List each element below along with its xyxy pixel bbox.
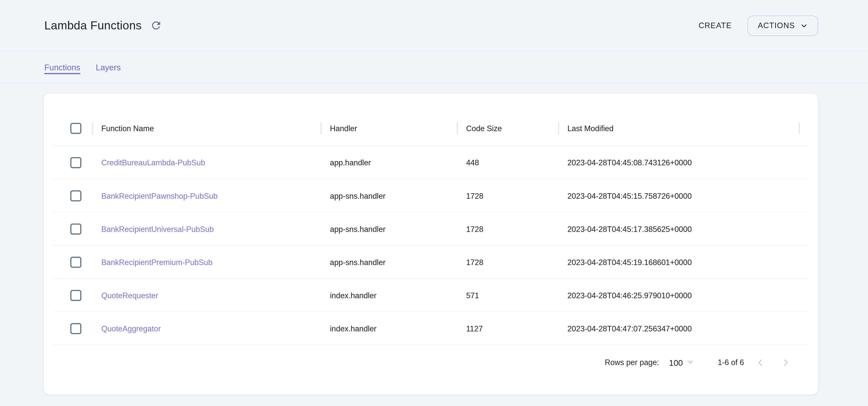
column-header-function-name[interactable]: Function Name <box>92 111 320 146</box>
row-checkbox[interactable] <box>70 290 82 301</box>
table-row: QuoteAggregator index.handler 1127 2023-… <box>53 312 809 345</box>
refresh-button[interactable] <box>149 18 163 33</box>
header-trailing-cell <box>799 111 809 146</box>
actions-button-label: ACTIONS <box>757 21 795 30</box>
code-size-cell: 1728 <box>457 224 558 233</box>
handler-cell: index.handler <box>320 291 457 300</box>
code-size-cell: 571 <box>457 291 558 300</box>
column-header-label: Code Size <box>466 124 502 133</box>
actions-button[interactable]: ACTIONS <box>747 15 818 36</box>
row-checkbox[interactable] <box>70 223 82 234</box>
handler-cell: app-sns.handler <box>320 258 457 266</box>
function-name-link[interactable]: BankRecipientUniversal-PubSub <box>101 224 214 233</box>
function-name-link[interactable]: QuoteAggregator <box>101 324 161 333</box>
table-pagination: Rows per page: 100 1-6 of 6 <box>53 345 809 380</box>
function-name-cell: QuoteRequester <box>92 291 320 300</box>
column-header-code-size[interactable]: Code Size <box>457 111 558 146</box>
function-name-link[interactable]: BankRecipientPawnshop-PubSub <box>101 191 218 200</box>
function-name-cell: BankRecipientUniversal-PubSub <box>92 224 320 233</box>
rows-per-page-label: Rows per page: <box>605 358 659 367</box>
column-header-last-modified[interactable]: Last Modified <box>558 111 799 146</box>
code-size-cell: 1728 <box>457 191 558 200</box>
table-header-row: Function Name Handler Code Size Last Mod… <box>53 111 809 146</box>
chevron-left-icon <box>755 358 765 367</box>
column-header-label: Handler <box>330 124 357 133</box>
function-name-cell: BankRecipientPawnshop-PubSub <box>92 191 320 200</box>
function-name-cell: CreditBureauLambda-PubSub <box>92 158 320 167</box>
next-page-button[interactable] <box>776 353 795 372</box>
page-header: Lambda Functions CREATE ACTIONS <box>0 0 868 52</box>
code-size-cell: 1127 <box>457 324 558 333</box>
chevron-down-icon <box>800 22 808 29</box>
handler-cell: app-sns.handler <box>320 224 457 233</box>
table-row: BankRecipientPremium-PubSub app-sns.hand… <box>53 246 809 279</box>
dropdown-arrow-icon <box>687 361 693 364</box>
last-modified-cell: 2023-04-28T04:45:15.758726+0000 <box>558 191 799 200</box>
table-row: BankRecipientUniversal-PubSub app-sns.ha… <box>53 212 809 246</box>
column-header-handler[interactable]: Handler <box>320 111 457 146</box>
page-title: Lambda Functions <box>44 19 142 32</box>
previous-page-button[interactable] <box>751 353 770 372</box>
function-name-link[interactable]: QuoteRequester <box>101 291 158 300</box>
column-header-label: Last Modified <box>567 124 613 133</box>
column-separator <box>457 122 458 134</box>
table-row: BankRecipientPawnshop-PubSub app-sns.han… <box>53 179 809 212</box>
column-separator <box>320 122 321 134</box>
function-name-cell: BankRecipientPremium-PubSub <box>92 258 320 266</box>
chevron-right-icon <box>781 358 790 367</box>
refresh-icon <box>150 19 162 31</box>
row-checkbox-cell <box>53 223 92 234</box>
handler-cell: index.handler <box>320 324 457 333</box>
function-name-link[interactable]: CreditBureauLambda-PubSub <box>101 158 205 167</box>
resource-tabs: Functions Layers <box>0 52 868 84</box>
functions-table-card: Function Name Handler Code Size Last Mod… <box>43 93 819 395</box>
lambda-functions-page: Lambda Functions CREATE ACTIONS Function… <box>0 0 868 406</box>
rows-per-page-value: 100 <box>669 358 683 367</box>
function-name-cell: QuoteAggregator <box>92 324 320 333</box>
column-header-label: Function Name <box>101 124 154 133</box>
handler-cell: app-sns.handler <box>320 191 457 200</box>
row-checkbox-cell <box>53 323 92 334</box>
last-modified-cell: 2023-04-28T04:45:08.743126+0000 <box>558 158 799 167</box>
pagination-range: 1-6 of 6 <box>718 358 744 367</box>
last-modified-cell: 2023-04-28T04:46:25.979010+0000 <box>558 291 799 300</box>
create-button[interactable]: CREATE <box>693 16 737 34</box>
row-checkbox[interactable] <box>70 190 82 201</box>
handler-cell: app.handler <box>320 158 457 167</box>
header-checkbox-cell <box>53 123 92 134</box>
code-size-cell: 448 <box>457 158 558 167</box>
row-checkbox-cell <box>53 290 92 301</box>
column-separator <box>558 122 559 134</box>
column-separator <box>799 122 800 134</box>
function-name-link[interactable]: BankRecipientPremium-PubSub <box>101 258 212 266</box>
last-modified-cell: 2023-04-28T04:47:07.256347+0000 <box>558 324 799 333</box>
row-checkbox[interactable] <box>70 323 82 334</box>
last-modified-cell: 2023-04-28T04:45:19.168601+0000 <box>558 258 799 266</box>
tab-functions[interactable]: Functions <box>44 63 80 72</box>
column-separator <box>92 122 93 134</box>
row-checkbox-cell <box>53 157 92 168</box>
select-all-checkbox[interactable] <box>70 123 82 134</box>
tab-layers[interactable]: Layers <box>96 63 121 72</box>
rows-per-page-select[interactable]: 100 <box>669 358 693 367</box>
row-checkbox-cell <box>53 257 92 268</box>
table-row: CreditBureauLambda-PubSub app.handler 44… <box>53 146 809 179</box>
code-size-cell: 1728 <box>457 258 558 266</box>
table-row: QuoteRequester index.handler 571 2023-04… <box>53 279 809 312</box>
last-modified-cell: 2023-04-28T04:45:17.385625+0000 <box>558 224 799 233</box>
row-checkbox[interactable] <box>70 257 82 268</box>
row-checkbox-cell <box>53 190 92 201</box>
row-checkbox[interactable] <box>70 157 82 168</box>
